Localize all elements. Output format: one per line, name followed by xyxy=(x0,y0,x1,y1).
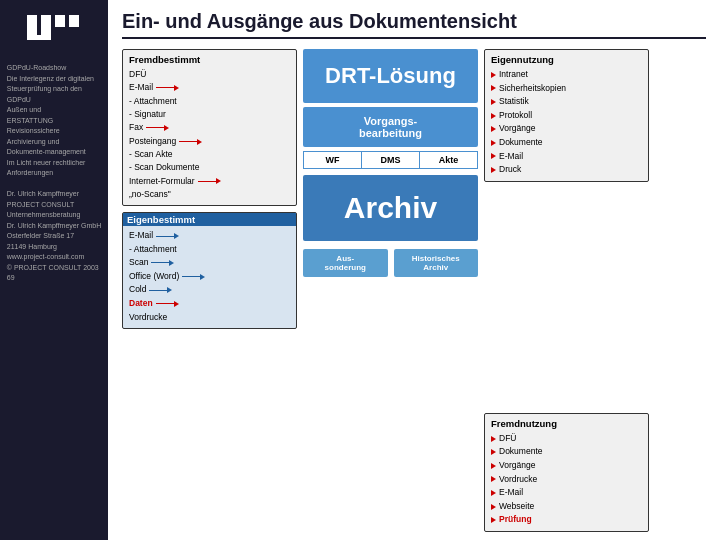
eigenb-daten: Daten xyxy=(129,297,290,311)
page-container: GDPdU-Roadshow Die Interlegenz der digit… xyxy=(0,0,720,540)
svg-rect-4 xyxy=(69,15,79,27)
fn-dfue: DFÜ xyxy=(491,432,642,446)
en-druck: Druck xyxy=(491,163,642,177)
fremdnutzung-box: Fremdnutzung DFÜ Dokumente Vorgänge xyxy=(484,413,649,532)
eigenbestimmt-title: Eigenbestimmt xyxy=(123,213,296,226)
en-protokoll: Protokoll xyxy=(491,109,642,123)
bottom-row: Aus-sonderung HistorischesArchiv xyxy=(303,249,478,277)
middle-column: DRT-Lösung Vorgangs- bearbeitung WF DMS … xyxy=(303,49,478,532)
wf-dms-row: WF DMS Akte xyxy=(303,151,478,169)
fn-vorgaenge: Vorgänge xyxy=(491,459,642,473)
vorgang-box: Vorgangs- bearbeitung xyxy=(303,107,478,147)
wf-cell: WF xyxy=(304,152,362,168)
en-sicherheitskopien: Sicherheitskopien xyxy=(491,82,642,96)
item-scan-akte: - Scan Akte xyxy=(129,148,290,161)
aussonderung-box: Aus-sonderung xyxy=(303,249,388,277)
item-attachment: - Attachment xyxy=(129,95,290,108)
en-intranet: Intranet xyxy=(491,68,642,82)
en-statistik: Statistik xyxy=(491,95,642,109)
fn-dokumente: Dokumente xyxy=(491,445,642,459)
akte-cell: Akte xyxy=(420,152,477,168)
left-column: Fremdbestimmt DFÜ E-Mail - Attachment - … xyxy=(122,49,297,532)
item-posteingang: Posteingang xyxy=(129,135,290,149)
dms-cell: DMS xyxy=(362,152,420,168)
en-dokumente: Dokumente xyxy=(491,136,642,150)
eigenb-scan: Scan xyxy=(129,256,290,270)
fn-webseite: Webseite xyxy=(491,500,642,514)
item-internet-formular: Internet-Formular xyxy=(129,175,290,189)
item-email: E-Mail xyxy=(129,81,290,95)
company-logo xyxy=(19,10,89,49)
eigenb-email: E-Mail xyxy=(129,229,290,243)
main-content: Ein- und Ausgänge aus Dokumentensicht Fr… xyxy=(108,0,720,540)
item-dfue: DFÜ xyxy=(129,68,290,81)
right-column: Eigennutzung Intranet Sicherheitskopien … xyxy=(484,49,649,532)
eigennutzung-title: Eigennutzung xyxy=(491,54,642,65)
item-no-scans: „no-Scans" xyxy=(129,188,290,201)
eigennutzung-box: Eigennutzung Intranet Sicherheitskopien … xyxy=(484,49,649,182)
page-title: Ein- und Ausgänge aus Dokumentensicht xyxy=(122,10,706,39)
eigenb-office: Office (Word) xyxy=(129,270,290,284)
svg-rect-3 xyxy=(55,15,65,27)
eigenb-cold: Cold xyxy=(129,283,290,297)
sidebar: GDPdU-Roadshow Die Interlegenz der digit… xyxy=(0,0,108,540)
fn-pruefung: Prüfung xyxy=(491,513,642,527)
fremdbestimmt-box: Fremdbestimmt DFÜ E-Mail - Attachment - … xyxy=(122,49,297,206)
fn-email: E-Mail xyxy=(491,486,642,500)
eigenb-attachment: - Attachment xyxy=(129,243,290,256)
eigenbestimmt-box: Eigenbestimmt E-Mail - Attachment Scan xyxy=(122,212,297,328)
item-signatur: - Signatur xyxy=(129,108,290,121)
content-area: Fremdbestimmt DFÜ E-Mail - Attachment - … xyxy=(122,49,706,532)
fremdnutzung-title: Fremdnutzung xyxy=(491,418,642,429)
archiv-box: Archiv xyxy=(303,175,478,241)
item-scan-dokumente: - Scan Dokumente xyxy=(129,161,290,174)
sidebar-info: GDPdU-Roadshow Die Interlegenz der digit… xyxy=(1,59,107,288)
fn-vordrucke: Vordrucke xyxy=(491,473,642,487)
historisches-box: HistorischesArchiv xyxy=(394,249,479,277)
fremdbestimmt-title: Fremdbestimmt xyxy=(129,54,290,65)
eigenb-vordrucke: Vordrucke xyxy=(129,311,290,324)
en-email: E-Mail xyxy=(491,150,642,164)
drt-box: DRT-Lösung xyxy=(303,49,478,103)
svg-rect-5 xyxy=(27,35,51,40)
en-vorgaenge: Vorgänge xyxy=(491,122,642,136)
item-fax: Fax xyxy=(129,121,290,135)
